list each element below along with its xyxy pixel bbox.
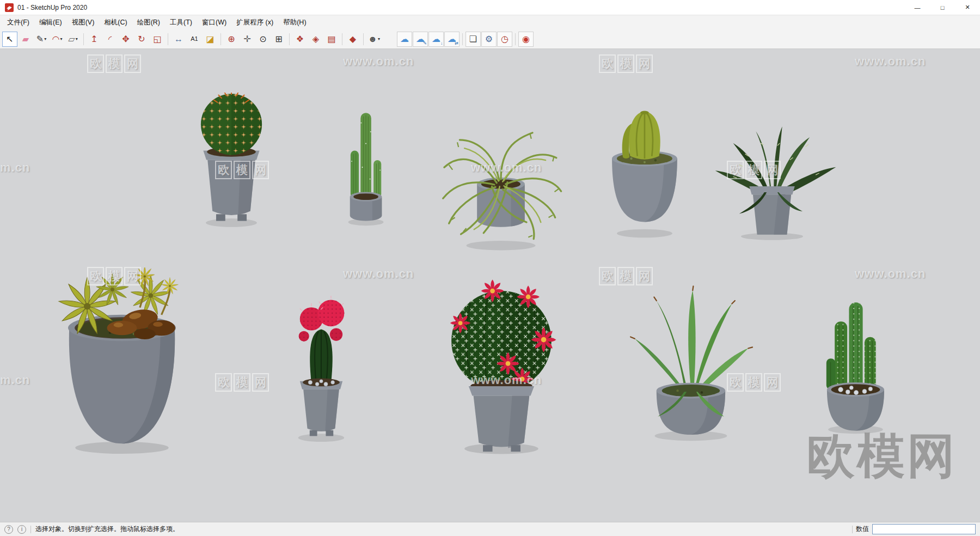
component-browser-tool-icon: ◈ [313,35,319,44]
modeling-viewport[interactable]: 欧模网www.om.cn欧模网www.om.cn欧模网www.om.cn欧模网w… [0,49,980,522]
measurement-input[interactable] [872,524,976,534]
plant-agave-rosette[interactable] [625,267,757,446]
paint-bucket-tool-icon: ◪ [206,35,214,44]
toolbar-separator [168,33,168,45]
menu-item-2[interactable]: 编辑(E) [34,16,67,29]
cloud-sync-button[interactable]: ☁⇄ [444,32,460,47]
arc-tool[interactable]: ◠▾ [50,32,65,47]
title-bar[interactable]: 01 - SketchUp Pro 2020 — □ ✕ [0,0,980,15]
menu-item-9[interactable]: 帮助(H) [278,16,311,29]
toolbar-separator [220,33,221,45]
scale-tool-icon: ◱ [153,35,161,44]
toolbar-separator [515,33,516,45]
minimize-button[interactable]: — [905,0,930,15]
menu-item-3[interactable]: 视图(V) [67,16,100,29]
watermark-text: www.om.cn [855,54,926,69]
account-avatar-button-icon: ☻ [368,35,377,44]
zoom-extents-tool[interactable]: ⊞ [271,32,286,47]
tape-measure-tool[interactable]: ↔ [171,32,186,47]
component-browser-tool[interactable]: ◈ [308,32,323,47]
info-icon[interactable]: i [17,525,26,534]
line-tool-icon: ✎ [36,35,44,44]
offset-tool[interactable]: ◜ [102,32,118,47]
paint-bucket-tool[interactable]: ◪ [203,32,218,47]
extension-warehouse-button[interactable]: ◉ [518,32,534,47]
sketchup-logo-icon [5,3,14,12]
menu-item-8[interactable]: 扩展程序 (x) [231,16,278,29]
statusbar-separator [30,526,31,533]
orbit-tool[interactable]: ⊕ [224,32,239,47]
toolbar-separator [289,33,290,45]
watermark-text: www.om.cn [0,373,30,387]
make-component-tool[interactable]: ❖ [292,32,308,47]
text-tool-icon: A1 [191,36,198,42]
cloud-edit-button[interactable]: ☁✎ [413,32,428,47]
account-avatar-button[interactable]: ☻▾ [366,32,382,47]
watermark-text: 欧模网 [599,54,654,73]
shape-tool-icon: ▱ [68,35,75,44]
select-tool[interactable]: ↖ [2,32,17,47]
zoom-extents-tool-icon: ⊞ [275,35,282,44]
plant-flowering-ball-cactus[interactable] [438,275,566,460]
refresh-history-button-icon: ◷ [501,35,509,44]
menu-item-5[interactable]: 绘图(R) [132,16,165,29]
eraser-tool-icon: ▰ [22,35,29,44]
push-pull-tool[interactable]: ↥ [87,32,102,47]
make-component-tool-icon: ❖ [296,35,304,44]
styles-tool[interactable]: ◆ [345,32,360,47]
plant-dark-aloe-square-pot[interactable] [708,107,848,242]
help-icon[interactable]: ? [4,525,13,534]
toolbar-separator [342,33,342,45]
statusbar-separator [852,526,853,533]
watermark-text: www.om.cn [0,161,30,175]
materials-panel-tool-icon: ▤ [327,35,335,44]
menu-bar: 文件(F)编辑(E)视图(V)相机(C)绘图(R)工具(T)窗口(W)扩展程序 … [0,15,980,29]
plant-bromeliad-stones-planter[interactable] [50,267,194,460]
window-title: 01 - SketchUp Pro 2020 [17,4,87,11]
offset-tool-icon: ◜ [108,35,112,44]
orbit-tool-icon: ⊕ [228,35,235,44]
tape-measure-tool-icon: ↔ [174,35,183,44]
maximize-button[interactable]: □ [930,0,955,15]
zoom-tool[interactable]: ⊙ [255,32,271,47]
rotate-tool[interactable]: ↻ [134,32,149,47]
materials-panel-tool[interactable]: ▤ [324,32,339,47]
plant-ball-cactus-orange-spines[interactable] [185,93,278,233]
menu-item-6[interactable]: 工具(T) [165,16,197,29]
push-pull-tool-icon: ↥ [90,35,97,44]
sketchup-window: 01 - SketchUp Pro 2020 — □ ✕ 文件(F)编辑(E)视… [0,0,980,536]
plant-trailing-succulent[interactable] [436,122,567,253]
refresh-history-button[interactable]: ◷ [497,32,512,47]
line-tool[interactable]: ✎▾ [34,32,49,47]
select-tool-icon: ↖ [6,35,13,44]
watermark-text: www.om.cn [343,54,414,69]
cloud-search-button[interactable]: ☁ [397,32,412,47]
eraser-tool[interactable]: ▰ [18,32,33,47]
toolbar-separator [83,33,84,45]
cloud-download-button[interactable]: ☁↓ [428,32,444,47]
menu-item-1[interactable]: 文件(F) [2,16,34,29]
extension-warehouse-button-icon: ◉ [522,35,530,44]
rotate-tool-icon: ↻ [138,35,145,44]
shape-tool[interactable]: ▱▾ [65,32,81,47]
move-tool-icon: ✥ [122,35,129,44]
menu-item-7[interactable]: 窗口(W) [197,16,231,29]
toolbar-separator [462,33,463,45]
scale-tool[interactable]: ◱ [150,32,165,47]
plant-columnar-cactus-cluster[interactable] [810,275,902,439]
text-tool[interactable]: A1 [187,32,202,47]
plant-columnar-cactus-trio[interactable] [338,95,394,234]
move-tool[interactable]: ✥ [118,32,133,47]
plant-red-moon-cactus[interactable] [283,278,360,448]
close-button[interactable]: ✕ [955,0,980,15]
styles-tool-icon: ◆ [350,35,356,44]
watermark-text: 欧模网 [215,373,271,392]
settings-gears-button[interactable]: ⚙ [481,32,497,47]
pan-tool[interactable]: ✛ [240,32,255,47]
layout-window-button[interactable]: ❏ [465,32,481,47]
zoom-tool-icon: ⊙ [259,35,266,44]
layout-window-button-icon: ❏ [469,35,477,44]
arc-tool-icon: ◠ [52,35,60,44]
plant-angular-green-cactus[interactable] [593,103,696,242]
menu-item-4[interactable]: 相机(C) [99,16,132,29]
